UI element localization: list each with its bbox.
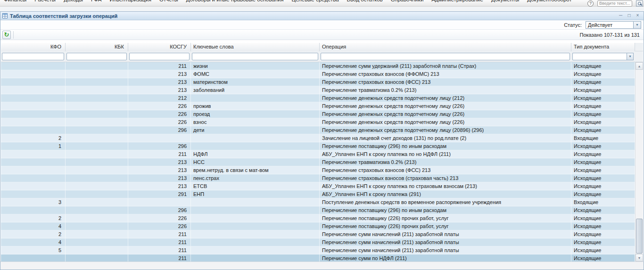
cell-operation: АБУ_Уплачен ЕНП к сроку платежа по страх… [320, 182, 571, 190]
cell-kfo: 1 [1, 142, 66, 150]
refresh-button[interactable]: ↻ [2, 31, 11, 39]
help-icon[interactable]: ? [587, 0, 594, 7]
menu-item-3[interactable]: ГФА [91, 0, 101, 2]
global-search-input[interactable] [597, 0, 632, 7]
table-row[interactable]: 296детиПеречисление денежных средств под… [1, 126, 636, 134]
search-button[interactable] [636, 0, 643, 7]
menu-item-10[interactable]: Администрирование [431, 0, 483, 2]
chevron-down-icon[interactable]: ▼ [627, 53, 634, 60]
table-row[interactable]: 3Поступление денежных средств во временн… [1, 198, 636, 206]
cell-kbk [66, 102, 128, 110]
menu-item-11[interactable]: Документы [491, 0, 519, 2]
column-header-kbk[interactable]: КБК [66, 43, 128, 51]
table-row[interactable]: 5211Перечисление сумм начислений (211) з… [1, 246, 636, 254]
window-bottom-strip [0, 262, 644, 270]
table-row[interactable]: 2211Перечисление сумм начислений (211) з… [1, 230, 636, 238]
menu-item-2[interactable]: Доходы [64, 0, 83, 2]
table-row[interactable]: 213ФОМСПеречисление страховых взносов (Ф… [1, 70, 636, 78]
table-row[interactable]: 212Перечисление денежных средств подотче… [1, 94, 636, 102]
chevron-down-icon[interactable]: ▼ [633, 22, 641, 28]
table-row[interactable]: 213материнствомПеречисление страховых вз… [1, 78, 636, 86]
table-row[interactable]: 296Перечисление поставщику (296) по иным… [1, 206, 636, 214]
cell-kosgu: 211 [128, 254, 191, 262]
table-row[interactable]: 213НССПеречисление травматизма 0.2% (213… [1, 158, 636, 166]
cell-doctype: Исходящие [571, 118, 635, 126]
table-row[interactable]: 4211Перечисление сумм начислений (211) з… [1, 238, 636, 246]
filter-input-kfo[interactable] [2, 53, 64, 60]
scroll-up-icon[interactable]: ▲ [636, 62, 643, 70]
menu-item-5[interactable]: Отчеты [159, 0, 178, 2]
cell-doctype: Исходящие [571, 206, 635, 214]
table-row[interactable]: 226взносПеречисление денежных средств по… [1, 118, 636, 126]
cell-kbk [66, 222, 128, 230]
column-header-kfo[interactable]: КФО [1, 43, 66, 51]
table-row[interactable]: 2Зачисление на лицевой счет доходов (131… [1, 134, 636, 142]
cell-doctype: Исходящие [571, 62, 635, 70]
menu-item-4[interactable]: Инвентаризация [109, 0, 151, 2]
menu-item-7[interactable]: Целевые средства [292, 0, 339, 2]
scrollbar-thumb[interactable] [636, 219, 643, 254]
cell-doctype: Исходящие [571, 174, 635, 182]
filter-input-kbk[interactable] [66, 53, 127, 60]
table-row[interactable]: 291ЕНПАБУ_Уплачен ЕНП к сроку платежа (2… [1, 190, 636, 198]
table-row[interactable]: 213пенс.страхПеречисление страховых взно… [1, 174, 636, 182]
cell-keywords [191, 246, 320, 254]
cell-keywords: НДФЛ [191, 150, 320, 158]
cell-keywords: ЕТСВ [191, 182, 320, 190]
table-row[interactable]: 211НДФЛАБУ_Уплачен ЕНП к сроку платежа п… [1, 150, 636, 158]
menu-item-9[interactable]: Справочники [391, 0, 424, 2]
cell-operation: Перечисление сумм начислений (211) зараб… [320, 238, 571, 246]
scroll-down-icon[interactable]: ▼ [636, 254, 643, 262]
cell-doctype: Исходящие [571, 222, 635, 230]
table-row[interactable]: 2226Перечисление поставщику (226) прочих… [1, 214, 636, 222]
minimize-button[interactable]: ─ [617, 12, 624, 19]
cell-doctype: Исходящие [571, 158, 635, 166]
filter-input-operation[interactable] [321, 53, 570, 60]
cell-kfo [1, 86, 66, 94]
vertical-scrollbar[interactable]: ▲ ▼ [635, 62, 643, 262]
table-row[interactable]: 226проездПеречисление денежных средств п… [1, 110, 636, 118]
cell-kfo [1, 190, 66, 198]
filter-input-doctype[interactable] [572, 53, 627, 60]
main-menu-items: ФинансыРасчетыДоходыГФАИнвентаризацияОтч… [4, 0, 572, 2]
table-row[interactable]: 4226Перечисление поставщику (226) прочих… [1, 222, 636, 230]
toolbar-separator [13, 31, 14, 39]
cell-kbk [66, 142, 128, 150]
cell-kfo [1, 118, 66, 126]
status-label: Статус: [564, 22, 582, 28]
filter-input-keywords[interactable] [192, 53, 318, 60]
cell-kosgu: 226 [128, 110, 191, 118]
maximize-button[interactable]: □ [626, 12, 633, 19]
menu-right-tools: ? [587, 0, 644, 7]
table-row[interactable]: 213ЕТСВАБУ_Уплачен ЕНП к сроку платежа п… [1, 182, 636, 190]
cell-kosgu: 213 [128, 182, 191, 190]
menu-item-8[interactable]: Ввод остатков [347, 0, 383, 2]
table-row[interactable]: 226проживПеречисление денежных средств п… [1, 102, 636, 110]
table-row[interactable]: 211жизниПеречисление сумм удержаний (211… [1, 62, 636, 70]
menu-item-1[interactable]: Расчеты [34, 0, 56, 2]
filter-doctype-combobox[interactable]: ▼ [572, 53, 634, 60]
filter-input-kosgu[interactable] [129, 53, 190, 60]
cell-kosgu: 211 [128, 62, 191, 70]
main-menu-bar: ФинансыРасчетыДоходыГФАИнвентаризацияОтч… [0, 0, 644, 7]
cell-kosgu: 226 [128, 118, 191, 126]
table-row[interactable]: 213врем.нетруд. в связи с мат-вомПеречис… [1, 166, 636, 174]
table-row[interactable]: 213заболеванийПеречисление травматизма 0… [1, 86, 636, 94]
table-row[interactable]: 211Перечисление сумм по НДФЛ (211)Исходя… [1, 254, 636, 262]
cell-keywords [191, 142, 320, 150]
column-header-kosgu[interactable]: КОСГУ [128, 43, 191, 51]
search-icon [638, 2, 641, 5]
menu-item-6[interactable]: Договоры и иные правовые основания [186, 0, 284, 2]
column-header-keywords[interactable]: Ключевые слова [191, 43, 320, 51]
table-row[interactable]: 1296Перечисление поставщику (296) по ины… [1, 142, 636, 150]
menu-item-12[interactable]: Документооборот [527, 0, 571, 2]
status-combobox[interactable]: Действует ▼ [586, 21, 641, 29]
cell-kfo [1, 158, 66, 166]
cell-kbk [66, 238, 128, 246]
close-button[interactable]: × [634, 12, 641, 19]
column-header-operation[interactable]: Операция [320, 43, 571, 51]
grid-filter-row: ▼ [1, 51, 643, 62]
menu-item-0[interactable]: Финансы [4, 0, 26, 2]
cell-doctype: Исходящие [571, 230, 635, 238]
column-header-doctype[interactable]: Тип документа [571, 43, 635, 51]
